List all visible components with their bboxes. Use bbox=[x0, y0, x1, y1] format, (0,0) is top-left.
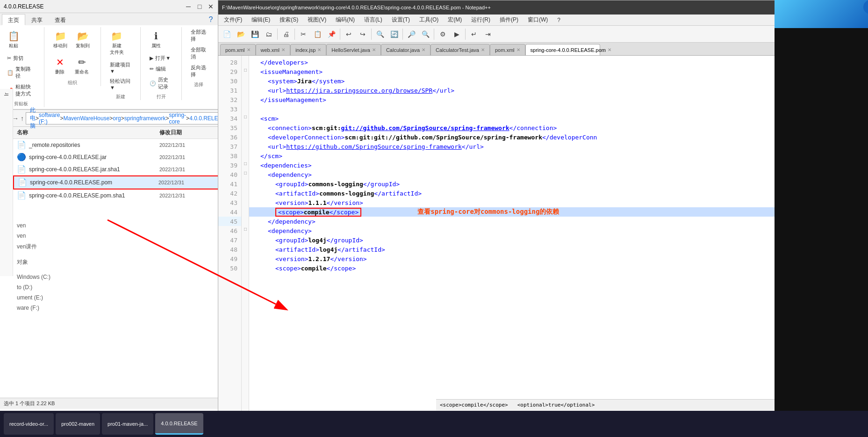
fold-btn[interactable] bbox=[242, 215, 249, 224]
fold-btn[interactable] bbox=[242, 177, 249, 187]
tb-copy[interactable]: 📋 bbox=[311, 28, 324, 41]
list-item[interactable]: 📄 spring-core-4.0.0.RELEASE.pom.sha1 202… bbox=[13, 189, 219, 202]
tb-undo[interactable]: ↩ bbox=[342, 28, 355, 41]
fold-btn[interactable] bbox=[242, 252, 249, 262]
menu-help[interactable]: ? bbox=[553, 16, 564, 24]
delete-btn[interactable]: ✕ 删除 bbox=[50, 53, 70, 78]
tb-wrap[interactable]: ↵ bbox=[467, 28, 481, 41]
tb-zoom-out[interactable]: 🔍 bbox=[419, 28, 432, 41]
fold-btn[interactable] bbox=[242, 196, 249, 205]
tb-cut[interactable]: ✂ bbox=[297, 28, 310, 41]
tb-run[interactable]: ▶ bbox=[450, 28, 463, 41]
close-tab-icon[interactable]: ✕ bbox=[481, 47, 485, 52]
fold-btn[interactable] bbox=[242, 149, 249, 159]
rename-btn[interactable]: ✏ 重命名 bbox=[72, 53, 92, 78]
close-tab-icon[interactable]: ✕ bbox=[608, 47, 611, 52]
fold-btn[interactable] bbox=[242, 74, 249, 84]
drive-d[interactable]: to (D:) bbox=[13, 282, 219, 292]
menu-settings[interactable]: 设置(T) bbox=[388, 15, 414, 25]
fold-btn[interactable] bbox=[242, 205, 249, 215]
tab-calculator-test[interactable]: CalculatorTest.java ✕ bbox=[430, 44, 490, 55]
close-tab-icon[interactable]: ✕ bbox=[247, 47, 251, 52]
menu-tools[interactable]: 工具(O) bbox=[416, 15, 442, 25]
menu-search[interactable]: 搜索(S) bbox=[276, 15, 302, 25]
new-item-btn[interactable]: 新建项目▼ bbox=[107, 60, 135, 75]
nav-item[interactable] bbox=[13, 268, 219, 272]
list-item[interactable]: 📄 _remote.repositories 2022/12/31 bbox=[13, 139, 219, 151]
fold-btn[interactable]: □ bbox=[242, 65, 249, 74]
deselect-all-btn[interactable]: 全部取消 bbox=[187, 45, 210, 62]
tab-share[interactable]: 共享 bbox=[25, 14, 49, 25]
fold-btn[interactable] bbox=[242, 102, 249, 112]
nav-item[interactable]: 对象 bbox=[13, 256, 219, 268]
menu-macro[interactable]: 宏(M) bbox=[444, 15, 466, 25]
taskbar-item-pro002[interactable]: pro002-maven bbox=[56, 413, 100, 435]
warehouse-link[interactable]: MavenWareHouse bbox=[63, 115, 109, 122]
tab-spring-core-pom[interactable]: spring-core-4.0.0.RELEASE.pom ✕ bbox=[525, 44, 600, 55]
tab-pom-xml-1[interactable]: pom.xml ✕ bbox=[220, 44, 256, 55]
up-btn[interactable]: ↑ bbox=[21, 113, 24, 124]
fold-btn[interactable] bbox=[242, 262, 249, 271]
drive-e[interactable]: ument (E:) bbox=[13, 292, 219, 303]
tb-macro[interactable]: ⚙ bbox=[436, 28, 449, 41]
menu-language[interactable]: 语言(L) bbox=[360, 15, 386, 25]
fold-btn[interactable]: □ bbox=[242, 224, 249, 233]
framework-link[interactable]: springframework bbox=[124, 115, 166, 122]
nav-item[interactable]: ven课件 bbox=[13, 241, 219, 253]
fold-btn[interactable] bbox=[242, 56, 249, 65]
select-all-btn[interactable]: 全部选择 bbox=[187, 27, 210, 44]
open-btn[interactable]: ▶ 打开▼ bbox=[146, 53, 176, 63]
taskbar-item-pro01[interactable]: pro01-maven-ja... bbox=[102, 413, 153, 435]
paste-btn[interactable]: 📋 粘贴 bbox=[4, 27, 23, 51]
tb-save[interactable]: 💾 bbox=[248, 28, 261, 41]
fold-btn[interactable] bbox=[242, 84, 249, 93]
minimize-btn[interactable]: ─ bbox=[184, 2, 193, 11]
list-item-selected[interactable]: 📄 spring-core-4.0.0.RELEASE.pom 2022/12/… bbox=[13, 175, 219, 189]
close-btn[interactable]: ✕ bbox=[206, 2, 215, 11]
list-item[interactable]: 🔵 spring-core-4.0.0.RELEASE.jar 2022/12/… bbox=[13, 151, 219, 163]
close-tab-icon[interactable]: ✕ bbox=[516, 47, 520, 52]
tb-zoom-in[interactable]: 🔎 bbox=[405, 28, 418, 41]
tb-find[interactable]: 🔍 bbox=[373, 28, 387, 41]
menu-view[interactable]: 视图(V) bbox=[304, 15, 330, 25]
fold-btn[interactable] bbox=[242, 243, 249, 252]
tab-pom-xml-2[interactable]: pom.xml ✕ bbox=[490, 44, 525, 55]
taskbar-item-release[interactable]: 4.0.0.RELEASE bbox=[155, 413, 203, 435]
drive-f[interactable]: ware (F:) bbox=[13, 303, 219, 313]
close-tab-icon[interactable]: ✕ bbox=[422, 47, 425, 52]
tab-view[interactable]: 查看 bbox=[49, 14, 72, 25]
nav-item[interactable] bbox=[13, 253, 219, 256]
help-icon[interactable]: ? bbox=[206, 15, 215, 24]
menu-encoding[interactable]: 编码(N) bbox=[332, 15, 359, 25]
tb-redo[interactable]: ↪ bbox=[356, 28, 369, 41]
spring-core-link[interactable]: spring-core bbox=[169, 112, 186, 125]
edit-btn[interactable]: ✏ 编辑 bbox=[146, 64, 176, 74]
close-tab-icon[interactable]: ✕ bbox=[281, 47, 285, 52]
tb-paste[interactable]: 📌 bbox=[325, 28, 338, 41]
drive-c[interactable]: Windows (C:) bbox=[13, 272, 219, 282]
tab-home[interactable]: 主页 bbox=[2, 14, 25, 25]
fold-btn[interactable]: □ bbox=[242, 168, 249, 177]
tb-new[interactable]: 📄 bbox=[220, 28, 233, 41]
tab-index-jsp[interactable]: index.jsp ✕ bbox=[290, 44, 326, 55]
easy-access-btn[interactable]: 轻松访问▼ bbox=[107, 76, 135, 92]
invert-selection-btn[interactable]: 反向选择 bbox=[187, 63, 210, 80]
tb-replace[interactable]: 🔄 bbox=[387, 28, 401, 41]
fold-btn[interactable] bbox=[242, 93, 249, 102]
tb-indent[interactable]: ⇥ bbox=[481, 28, 495, 41]
tab-hello-servlet[interactable]: HelloServlet.java ✕ bbox=[326, 44, 381, 55]
close-tab-icon[interactable]: ✕ bbox=[372, 47, 376, 52]
fold-btn[interactable] bbox=[242, 140, 249, 149]
menu-plugins[interactable]: 插件(P) bbox=[496, 15, 522, 25]
org-link[interactable]: org bbox=[113, 115, 121, 122]
tb-print[interactable]: 🖨 bbox=[280, 28, 293, 41]
fold-btn[interactable] bbox=[242, 187, 249, 196]
fold-btn[interactable]: □ bbox=[242, 112, 249, 121]
forward-btn[interactable]: → bbox=[12, 113, 19, 124]
menu-edit[interactable]: 编辑(E) bbox=[248, 15, 274, 25]
history-btn[interactable]: 🕐 历史记录 bbox=[146, 75, 176, 92]
maximize-btn[interactable]: □ bbox=[195, 2, 204, 11]
this-pc-link[interactable]: 此电脑 bbox=[30, 106, 36, 130]
move-to-btn[interactable]: 📁 移动到 bbox=[50, 27, 71, 51]
new-folder-btn[interactable]: 📁 新建文件夹 bbox=[107, 27, 127, 58]
